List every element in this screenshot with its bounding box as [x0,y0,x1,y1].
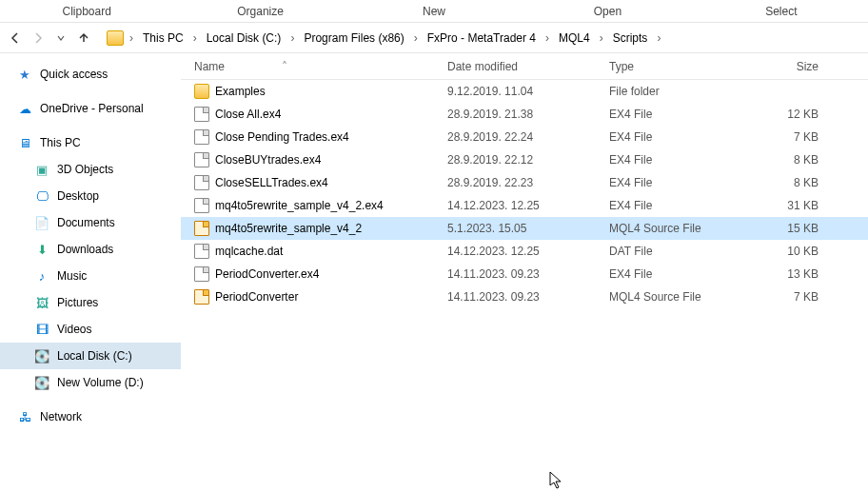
ribbon-new[interactable]: New [347,0,521,22]
sort-ascending-icon: ˄ [282,60,287,73]
sidebar-downloads[interactable]: ⬇ Downloads [0,236,181,263]
breadcrumb-mql4[interactable]: MQL4 [555,31,594,45]
file-size: 8 KB [761,176,828,189]
nav-back-button[interactable] [6,29,25,48]
column-header-date[interactable]: Date modified [447,60,609,73]
sidebar-item-label: OneDrive - Personal [40,102,144,115]
ribbon-tabs: Clipboard Organize New Open Select [0,0,868,23]
file-name: mq4to5rewrite_sample_v4_2 [215,222,362,235]
file-name: Close All.ex4 [215,108,281,121]
breadcrumb-fxpro[interactable]: FxPro - MetaTrader 4 [424,31,540,45]
sidebar-3d-objects[interactable]: ▣ 3D Objects [0,156,181,183]
file-size: 8 KB [761,153,828,167]
file-date: 14.11.2023. 09.23 [447,290,609,304]
file-row[interactable]: mq4to5rewrite_sample_v4_2.ex414.12.2023.… [181,194,868,217]
file-list-pane: Name˄ Date modified Type Size Examples9.… [181,53,868,492]
sidebar-music[interactable]: ♪ Music [0,263,181,289]
file-type: EX4 File [609,130,761,144]
file-name: PeriodConverter.ex4 [215,267,319,281]
file-name: Close Pending Trades.ex4 [215,130,349,144]
crumb-sep-icon[interactable]: › [655,31,662,45]
file-row[interactable]: PeriodConverter.ex414.11.2023. 09.23EX4 … [181,263,868,285]
sidebar-pictures[interactable]: 🖼 Pictures [0,289,181,316]
file-type: File folder [609,85,761,98]
breadcrumb-scripts[interactable]: Scripts [609,31,652,45]
file-icon [194,152,209,167]
sidebar-onedrive[interactable]: ☁ OneDrive - Personal [0,95,181,122]
file-row[interactable]: Examples9.12.2019. 11.04File folder [181,80,868,103]
file-date: 5.1.2023. 15.05 [447,222,609,235]
file-row[interactable]: Close Pending Trades.ex428.9.2019. 22.24… [181,126,868,148]
ribbon-open[interactable]: Open [521,0,694,22]
file-list[interactable]: Examples9.12.2019. 11.04File folderClose… [181,80,868,492]
file-date: 14.12.2023. 12.25 [447,199,609,212]
nav-recent-dropdown[interactable] [51,29,70,48]
navigation-pane: ★ Quick access ☁ OneDrive - Personal 🖥 T… [0,53,181,492]
ribbon-clipboard[interactable]: Clipboard [0,0,173,22]
file-icon [194,175,209,190]
column-header-name[interactable]: Name˄ [181,60,447,73]
file-row[interactable]: mq4to5rewrite_sample_v4_25.1.2023. 15.05… [181,217,868,240]
cloud-icon: ☁ [17,101,32,116]
sidebar-item-label: This PC [40,136,81,149]
sidebar-item-label: Local Disk (C:) [57,349,132,363]
file-row[interactable]: CloseSELLTrades.ex428.9.2019. 22.23EX4 F… [181,171,868,194]
breadcrumb-local-disk[interactable]: Local Disk (C:) [203,31,286,45]
crumb-sep-icon[interactable]: › [128,31,135,45]
sidebar-item-label: Quick access [40,68,108,81]
location-folder-icon [107,30,124,46]
sidebar-new-volume-d[interactable]: 💽 New Volume (D:) [0,369,181,396]
file-type: EX4 File [609,267,761,281]
music-icon: ♪ [34,268,49,284]
sidebar-item-label: Downloads [57,243,113,256]
file-type: EX4 File [609,108,761,121]
breadcrumb-program-files[interactable]: Program Files (x86) [300,31,407,45]
sidebar-this-pc[interactable]: 🖥 This PC [0,129,181,156]
ribbon-organize[interactable]: Organize [173,0,346,22]
file-row[interactable]: Close All.ex428.9.2019. 21.38EX4 File12 … [181,103,868,126]
videos-icon: 🎞 [34,322,49,337]
ribbon-select[interactable]: Select [695,0,868,22]
file-icon [194,129,209,145]
file-type: EX4 File [609,199,761,212]
file-date: 28.9.2019. 22.24 [447,130,609,144]
crumb-sep-icon[interactable]: › [412,31,420,45]
crumb-sep-icon[interactable]: › [543,31,551,45]
sidebar-local-disk-c[interactable]: 💽 Local Disk (C:) [0,343,181,369]
file-type: MQL4 Source File [609,290,761,304]
column-header-size[interactable]: Size [761,60,828,73]
file-date: 14.12.2023. 12.25 [447,245,609,258]
nav-up-button[interactable] [74,29,93,48]
file-name: CloseBUYtrades.ex4 [215,153,321,167]
sidebar-item-label: Videos [57,323,91,336]
file-row[interactable]: CloseBUYtrades.ex428.9.2019. 22.12EX4 Fi… [181,148,868,171]
file-row[interactable]: mqlcache.dat14.12.2023. 12.25DAT File10 … [181,240,868,263]
file-size: 31 KB [761,199,828,212]
sidebar-item-label: 3D Objects [57,163,113,176]
sidebar-desktop[interactable]: 🖵 Desktop [0,183,181,209]
file-type: EX4 File [609,153,761,167]
file-name: mqlcache.dat [215,245,283,258]
sidebar-videos[interactable]: 🎞 Videos [0,316,181,343]
folder-icon [194,84,209,99]
sidebar-quick-access[interactable]: ★ Quick access [0,61,181,88]
sidebar-item-label: Desktop [57,189,99,203]
sidebar-item-label: Network [40,410,82,423]
address-bar: › This PC › Local Disk (C:) › Program Fi… [0,23,868,53]
file-row[interactable]: PeriodConverter14.11.2023. 09.23MQL4 Sou… [181,285,868,308]
crumb-sep-icon[interactable]: › [598,31,605,45]
crumb-sep-icon[interactable]: › [288,31,296,45]
breadcrumb-this-pc[interactable]: This PC [139,31,187,45]
sidebar-documents[interactable]: 📄 Documents [0,209,181,236]
file-type: EX4 File [609,176,761,189]
file-date: 28.9.2019. 21.38 [447,108,609,121]
file-type: MQL4 Source File [609,222,761,235]
crumb-sep-icon[interactable]: › [191,31,199,45]
column-header-type[interactable]: Type [609,60,761,73]
sidebar-network[interactable]: 🖧 Network [0,403,181,430]
sidebar-item-label: Pictures [57,296,98,309]
file-size: 7 KB [761,130,828,144]
nav-forward-button[interactable] [29,29,48,48]
file-size: 12 KB [761,108,828,121]
pc-icon: 🖥 [17,135,32,150]
